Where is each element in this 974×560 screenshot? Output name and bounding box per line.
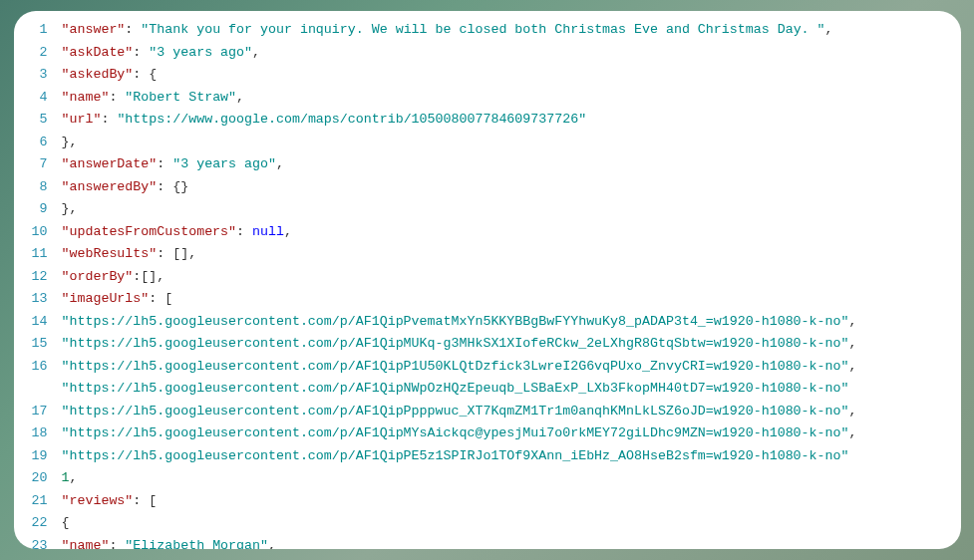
token-key: "imageUrls" <box>62 291 150 306</box>
token-punct: : [ <box>133 493 157 508</box>
code-line: 4"name": "Robert Straw", <box>14 87 961 110</box>
code-line: 1"answer": "Thank you for your inquiry. … <box>14 19 961 42</box>
token-null: null <box>252 224 284 239</box>
line-content[interactable]: "answerDate": "3 years ago", <box>62 153 961 176</box>
line-content[interactable]: "answeredBy": {} <box>62 176 961 199</box>
code-line: 22{ <box>14 512 961 535</box>
token-key: "askedBy" <box>62 67 134 82</box>
line-number: 2 <box>14 42 62 65</box>
line-content[interactable]: "https://lh5.googleusercontent.com/p/AF1… <box>62 445 961 468</box>
token-punct: , <box>268 538 276 550</box>
token-key: "askDate" <box>62 45 134 60</box>
code-line: 10"updatesFromCustomers": null, <box>14 221 961 244</box>
line-content[interactable]: "name": "Elizabeth Morgan", <box>62 535 961 550</box>
token-string: "https://lh5.googleusercontent.com/p/AF1… <box>62 359 849 374</box>
token-string: "https://lh5.googleusercontent.com/p/AF1… <box>62 336 849 351</box>
line-content[interactable]: { <box>62 512 961 535</box>
code-line: 17"https://lh5.googleusercontent.com/p/A… <box>14 401 961 423</box>
line-content[interactable]: "https://lh5.googleusercontent.com/p/AF1… <box>62 422 961 445</box>
code-line: 201, <box>14 467 961 490</box>
line-number: 18 <box>14 422 62 445</box>
code-line: 16"https://lh5.googleusercontent.com/p/A… <box>14 356 961 379</box>
line-content[interactable]: "askDate": "3 years ago", <box>62 42 961 65</box>
line-number: 13 <box>14 288 62 311</box>
token-string: "3 years ago" <box>172 156 276 171</box>
token-punct: : [], <box>157 246 196 261</box>
token-string: "https://lh5.googleusercontent.com/p/AF1… <box>62 404 849 419</box>
line-content[interactable]: "name": "Robert Straw", <box>62 87 961 110</box>
token-punct: : <box>101 112 117 127</box>
line-number: 12 <box>14 266 62 289</box>
line-number: 16 <box>14 356 62 379</box>
code-line: 15"https://lh5.googleusercontent.com/p/A… <box>14 333 961 356</box>
token-punct: :[], <box>133 269 164 284</box>
token-punct: , <box>69 470 77 485</box>
token-punct: , <box>848 404 856 419</box>
line-content[interactable]: "reviews": [ <box>62 490 961 513</box>
code-line: 3"askedBy": { <box>14 64 961 87</box>
line-number: 9 <box>14 198 62 221</box>
line-number: 15 <box>14 333 62 356</box>
code-line: 2"askDate": "3 years ago", <box>14 42 961 65</box>
line-content[interactable]: "orderBy":[], <box>62 266 961 289</box>
line-content[interactable]: "answer": "Thank you for your inquiry. W… <box>62 19 961 42</box>
token-key: "orderBy" <box>62 269 134 284</box>
token-key: "answeredBy" <box>62 179 158 194</box>
token-punct: : <box>157 156 172 171</box>
code-line: 11"webResults": [], <box>14 243 961 266</box>
line-number: 4 <box>14 87 62 110</box>
line-content[interactable]: "imageUrls": [ <box>62 288 961 311</box>
token-string: "https://lh5.googleusercontent.com/p/AF1… <box>62 381 849 396</box>
token-punct: }, <box>62 135 78 149</box>
line-content[interactable]: "webResults": [], <box>62 243 961 266</box>
token-string: "Thank you for your inquiry. We will be … <box>141 22 824 37</box>
token-key: "name" <box>62 90 110 105</box>
token-punct: , <box>825 22 833 37</box>
token-punct: , <box>236 90 244 105</box>
token-punct: , <box>276 156 284 171</box>
token-key: "name" <box>62 538 110 550</box>
line-number: 10 <box>14 221 62 244</box>
token-punct: , <box>848 336 856 351</box>
line-content[interactable]: "https://lh5.googleusercontent.com/p/AF1… <box>62 311 961 334</box>
code-line: 21"reviews": [ <box>14 490 961 513</box>
line-number: 14 <box>14 311 62 334</box>
token-punct: , <box>848 314 856 329</box>
line-content[interactable]: "updatesFromCustomers": null, <box>62 221 961 244</box>
line-content[interactable]: "https://lh5.googleusercontent.com/p/AF1… <box>62 333 961 356</box>
code-line: 5"url": "https://www.google.com/maps/con… <box>14 109 961 132</box>
token-punct: : <box>125 22 141 37</box>
line-content[interactable]: "https://lh5.googleusercontent.com/p/AF1… <box>62 401 961 423</box>
line-number: 7 <box>14 153 62 176</box>
code-line: 12"orderBy":[], <box>14 266 961 289</box>
token-punct: , <box>848 425 856 440</box>
code-line: 18"https://lh5.googleusercontent.com/p/A… <box>14 422 961 445</box>
line-content[interactable]: }, <box>62 132 961 154</box>
token-key: "answer" <box>62 22 126 37</box>
token-punct: , <box>284 224 292 239</box>
line-number: 19 <box>14 445 62 468</box>
line-content[interactable]: 1, <box>62 467 961 490</box>
line-content[interactable]: "https://lh5.googleusercontent.com/p/AF1… <box>62 356 961 379</box>
token-string: "https://www.google.com/maps/contrib/105… <box>117 112 586 127</box>
token-punct: , <box>252 45 260 60</box>
token-key: "reviews" <box>62 493 134 508</box>
token-key: "answerDate" <box>62 156 158 171</box>
line-content[interactable]: "url": "https://www.google.com/maps/cont… <box>62 109 961 132</box>
code-line: 7"answerDate": "3 years ago", <box>14 153 961 176</box>
line-content[interactable]: }, <box>62 198 961 221</box>
code-line: 8"answeredBy": {} <box>14 176 961 199</box>
token-string: "https://lh5.googleusercontent.com/p/AF1… <box>62 448 849 463</box>
token-punct: : { <box>133 67 157 82</box>
code-line: 14"https://lh5.googleusercontent.com/p/A… <box>14 311 961 334</box>
line-number: 21 <box>14 490 62 513</box>
token-key: "webResults" <box>62 246 158 261</box>
token-string: "3 years ago" <box>149 45 252 60</box>
line-number: 1 <box>14 19 62 42</box>
line-number: 22 <box>14 512 62 535</box>
line-content[interactable]: "https://lh5.googleusercontent.com/p/AF1… <box>62 378 961 401</box>
line-content[interactable]: "askedBy": { <box>62 64 961 87</box>
token-punct: : <box>236 224 252 239</box>
code-line: 9}, <box>14 198 961 221</box>
line-number: 8 <box>14 176 62 199</box>
